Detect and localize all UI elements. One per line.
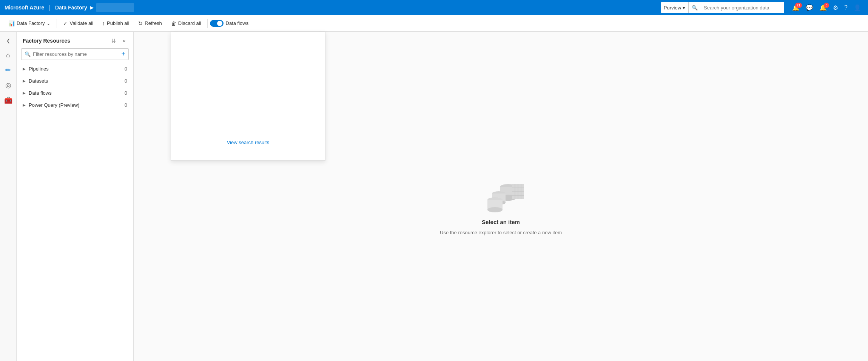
sidebar-icons: ❮ ⌂ ✏ ◎ 🧰 <box>0 32 17 361</box>
discard-icon: 🗑 <box>171 20 176 26</box>
add-resource-button[interactable]: + <box>121 50 125 58</box>
factory-icon: 📊 <box>8 20 15 26</box>
resource-name: Data flows <box>29 90 125 96</box>
search-input[interactable] <box>701 2 784 13</box>
collapse-toggle[interactable]: ❮ <box>4 36 13 45</box>
list-item[interactable]: ▶ Power Query (Preview) 0 <box>17 99 133 111</box>
edit-nav-icon[interactable]: ✏ <box>2 63 15 77</box>
refresh-icon: ↻ <box>138 20 143 26</box>
feedback-button[interactable]: 💬 <box>803 3 816 13</box>
empty-state-title: Select an item <box>482 219 520 225</box>
resources-panel: Factory Resources ⇊ « 🔍 + ▶ Pipelines 0 … <box>17 32 134 361</box>
factory-name-label: Data Factory <box>55 5 87 11</box>
view-search-results-link[interactable]: View search results <box>227 140 269 145</box>
help-button[interactable]: ? <box>842 3 850 12</box>
collapse-panel-button[interactable]: ⇊ <box>109 36 118 45</box>
svg-point-8 <box>487 207 503 212</box>
chevron-icon: ▶ <box>23 67 26 71</box>
nav-separator: | <box>49 4 51 12</box>
factory-instance-label[interactable] <box>96 3 134 12</box>
main-content: View search results <box>134 32 868 361</box>
filter-input[interactable] <box>33 51 119 57</box>
chevron-icon: ▶ <box>23 91 26 95</box>
publish-all-button[interactable]: ↑ Publish all <box>99 18 133 29</box>
filter-search-icon: 🔍 <box>25 51 31 57</box>
user-button[interactable]: 👤 <box>851 3 863 13</box>
notifications-badge: 21 <box>795 3 802 8</box>
data-flows-toggle-group: Data flows <box>210 20 249 27</box>
close-panel-button[interactable]: « <box>120 36 129 45</box>
factory-dropdown-button[interactable]: 📊 Data Factory ⌄ <box>5 18 54 29</box>
empty-state-description: Use the resource explorer to select or c… <box>440 230 562 235</box>
chevron-icon: ▶ <box>23 79 26 83</box>
resource-name: Power Query (Preview) <box>29 102 125 108</box>
refresh-button[interactable]: ↻ Refresh <box>134 18 166 29</box>
home-nav-icon[interactable]: ⌂ <box>2 48 15 62</box>
monitor-nav-icon[interactable]: ◎ <box>2 78 15 92</box>
chevron-icon: ▶ <box>23 103 26 107</box>
data-flows-toggle[interactable] <box>210 20 224 27</box>
empty-state: Select an item Use the resource explorer… <box>440 173 562 235</box>
toggle-thumb <box>217 21 222 26</box>
alerts-button[interactable]: 🔔 6 <box>817 3 829 13</box>
notifications-button[interactable]: 🔔 21 <box>790 3 802 13</box>
resources-header: Factory Resources ⇊ « <box>17 32 133 48</box>
resource-list: ▶ Pipelines 0 ▶ Datasets 0 ▶ Data flows … <box>17 63 133 361</box>
validate-icon: ✓ <box>63 20 68 26</box>
search-bar: Purview ▾ 🔍 <box>661 2 784 13</box>
data-flows-label: Data flows <box>226 20 249 26</box>
resource-count: 0 <box>125 66 127 72</box>
main-layout: ❮ ⌂ ✏ ◎ 🧰 Factory Resources ⇊ « 🔍 + ▶ Pi… <box>0 32 868 361</box>
brand-label: Microsoft Azure <box>5 5 44 11</box>
resource-name: Datasets <box>29 78 125 84</box>
discard-all-button[interactable]: 🗑 Discard all <box>167 18 205 29</box>
list-item[interactable]: ▶ Datasets 0 <box>17 75 133 87</box>
toolbar-separator-2 <box>207 19 208 28</box>
toolbar-separator-1 <box>57 19 57 28</box>
resource-count: 0 <box>125 102 127 108</box>
tools-nav-icon[interactable]: 🧰 <box>2 94 15 107</box>
filter-search-box: 🔍 + <box>21 48 129 60</box>
nav-icon-group: 🔔 21 💬 🔔 6 ⚙ ? 👤 <box>790 3 863 13</box>
validate-all-button[interactable]: ✓ Validate all <box>59 18 97 29</box>
resource-name: Pipelines <box>29 66 125 72</box>
resource-count: 0 <box>125 78 127 84</box>
factory-chevron: ▶ <box>90 5 93 10</box>
top-nav: Microsoft Azure | Data Factory ▶ Purview… <box>0 0 868 15</box>
purview-selector[interactable]: Purview ▾ <box>661 2 689 13</box>
alerts-badge: 6 <box>824 3 829 8</box>
search-dropdown-body: View search results <box>171 40 325 153</box>
empty-illustration <box>470 173 531 214</box>
search-dropdown: View search results <box>171 32 325 161</box>
resources-header-icons: ⇊ « <box>109 36 129 45</box>
toolbar: 📊 Data Factory ⌄ ✓ Validate all ↑ Publis… <box>0 15 868 32</box>
list-item[interactable]: ▶ Pipelines 0 <box>17 63 133 75</box>
resource-count: 0 <box>125 90 127 96</box>
list-item[interactable]: ▶ Data flows 0 <box>17 87 133 99</box>
publish-icon: ↑ <box>102 20 105 26</box>
search-icon: 🔍 <box>689 5 701 11</box>
resources-title: Factory Resources <box>23 38 70 44</box>
settings-button[interactable]: ⚙ <box>831 3 840 13</box>
